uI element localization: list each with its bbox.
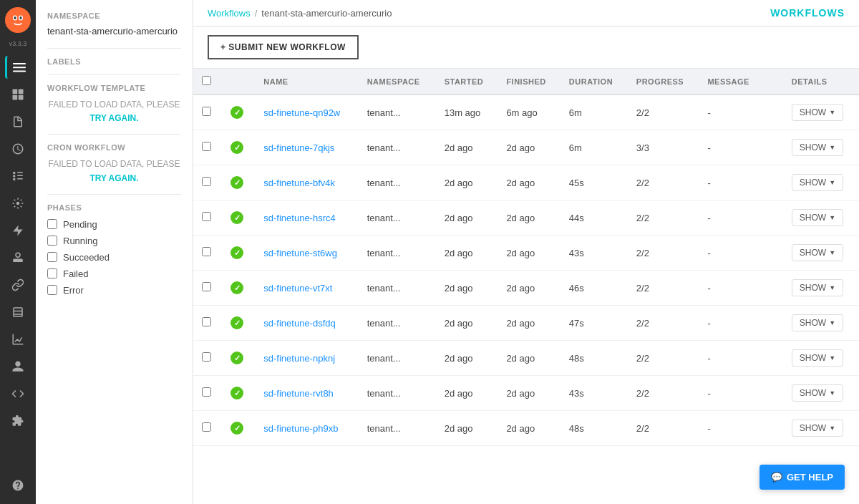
phase-failed[interactable]: Failed bbox=[47, 268, 181, 279]
row-checkbox-0[interactable] bbox=[202, 107, 211, 116]
row-spacer-cell bbox=[764, 271, 782, 306]
breadcrumb-workflows-link[interactable]: Workflows bbox=[208, 8, 251, 19]
workflow-name-link[interactable]: sd-finetune-ph9xb bbox=[263, 423, 338, 434]
get-help-button[interactable]: 💬 GET HELP bbox=[759, 465, 845, 490]
nav-item-code[interactable] bbox=[5, 382, 31, 405]
row-checkbox-1[interactable] bbox=[202, 142, 211, 151]
th-message: MESSAGE bbox=[699, 69, 764, 94]
phase-failed-label: Failed bbox=[63, 268, 88, 279]
workflow-name-link[interactable]: sd-finetune-rvt8h bbox=[263, 388, 334, 399]
cron-workflow-try-again[interactable]: TRY AGAIN. bbox=[89, 173, 138, 183]
show-details-button[interactable]: SHOW bbox=[792, 314, 843, 331]
row-checkbox-cell[interactable] bbox=[193, 165, 222, 200]
row-checkbox-2[interactable] bbox=[202, 177, 211, 186]
submit-workflow-button[interactable]: + SUBMIT NEW WORKFLOW bbox=[208, 35, 359, 59]
row-checkbox-3[interactable] bbox=[202, 212, 211, 221]
nav-item-ai[interactable] bbox=[5, 192, 31, 215]
phase-pending-checkbox[interactable] bbox=[47, 219, 57, 229]
row-details-cell: SHOW bbox=[783, 411, 859, 446]
nav-item-bolt[interactable] bbox=[5, 219, 31, 242]
phase-error[interactable]: Error bbox=[47, 285, 181, 296]
svg-point-12 bbox=[16, 202, 20, 205]
nav-item-dashboard[interactable] bbox=[5, 83, 31, 106]
show-details-button[interactable]: SHOW bbox=[792, 244, 843, 261]
nav-item-link[interactable] bbox=[5, 273, 31, 296]
row-finished-cell: 2d ago bbox=[498, 341, 560, 376]
nav-item-plugin[interactable] bbox=[5, 410, 31, 432]
row-checkbox-6[interactable] bbox=[202, 317, 211, 326]
row-checkbox-cell[interactable] bbox=[193, 130, 222, 165]
show-details-button[interactable]: SHOW bbox=[792, 104, 843, 121]
workflow-name-link[interactable]: sd-finetune-dsfdq bbox=[263, 318, 335, 329]
workflow-name-link[interactable]: sd-finetune-npknj bbox=[263, 353, 335, 364]
row-progress-cell: 2/2 bbox=[628, 236, 699, 271]
row-message-cell: - bbox=[699, 341, 764, 376]
breadcrumb: Workflows / tenant-sta-amercurio-amercur… bbox=[208, 8, 392, 19]
row-checkbox-cell[interactable] bbox=[193, 411, 222, 446]
th-spacer bbox=[764, 69, 782, 94]
phase-pending[interactable]: Pending bbox=[47, 219, 181, 230]
workflow-name-link[interactable]: sd-finetune-7qkjs bbox=[263, 142, 334, 153]
phase-failed-checkbox[interactable] bbox=[47, 268, 57, 278]
row-checkbox-cell[interactable] bbox=[193, 376, 222, 411]
workflow-template-try-again[interactable]: TRY AGAIN. bbox=[89, 113, 138, 123]
row-checkbox-cell[interactable] bbox=[193, 200, 222, 236]
show-details-button[interactable]: SHOW bbox=[792, 384, 843, 402]
phase-succeeded-label: Succeeded bbox=[63, 252, 110, 263]
row-progress-cell: 2/2 bbox=[628, 306, 699, 341]
row-namespace-cell: tenant... bbox=[359, 376, 436, 411]
phase-running[interactable]: Running bbox=[47, 236, 181, 246]
row-checkbox-cell[interactable] bbox=[193, 94, 222, 130]
status-succeeded-icon bbox=[230, 281, 243, 294]
show-details-button[interactable]: SHOW bbox=[792, 174, 843, 191]
row-checkbox-cell[interactable] bbox=[193, 306, 222, 341]
phase-running-checkbox[interactable] bbox=[47, 236, 57, 246]
row-checkbox-7[interactable] bbox=[202, 352, 211, 362]
workflow-name-link[interactable]: sd-finetune-qn92w bbox=[263, 107, 340, 118]
nav-item-docs[interactable] bbox=[5, 110, 31, 133]
nav-item-webhook[interactable] bbox=[5, 246, 31, 269]
nav-item-help[interactable] bbox=[5, 474, 31, 497]
phase-succeeded-checkbox[interactable] bbox=[47, 252, 57, 262]
select-all-checkbox[interactable] bbox=[202, 76, 211, 85]
row-name-cell: sd-finetune-hsrc4 bbox=[255, 200, 358, 236]
row-message-cell: - bbox=[699, 411, 764, 446]
nav-item-chart[interactable] bbox=[5, 328, 31, 351]
table-row: sd-finetune-st6wg tenant... 2d ago 2d ag… bbox=[193, 236, 859, 271]
row-status-cell bbox=[222, 236, 255, 271]
row-checkbox-8[interactable] bbox=[202, 387, 211, 397]
row-progress-cell: 3/3 bbox=[628, 130, 699, 165]
nav-item-clock[interactable] bbox=[5, 137, 31, 160]
nav-item-storage[interactable] bbox=[5, 301, 31, 324]
status-succeeded-icon bbox=[230, 316, 243, 329]
show-details-button[interactable]: SHOW bbox=[792, 420, 843, 437]
show-details-button[interactable]: SHOW bbox=[792, 349, 843, 367]
workflow-name-link[interactable]: sd-finetune-bfv4k bbox=[263, 178, 335, 188]
sidebar-divider-3 bbox=[47, 134, 181, 135]
workflow-name-link[interactable]: sd-finetune-vt7xt bbox=[263, 283, 332, 294]
phase-succeeded[interactable]: Succeeded bbox=[47, 252, 181, 263]
workflow-template-label: WORKFLOW TEMPLATE bbox=[47, 84, 181, 92]
nav-item-user[interactable] bbox=[5, 355, 31, 378]
show-details-button[interactable]: SHOW bbox=[792, 139, 843, 156]
row-duration-cell: 48s bbox=[560, 341, 628, 376]
workflow-name-link[interactable]: sd-finetune-hsrc4 bbox=[263, 213, 335, 223]
nav-item-menu[interactable] bbox=[5, 56, 31, 79]
show-details-button[interactable]: SHOW bbox=[792, 279, 843, 296]
row-checkbox-cell[interactable] bbox=[193, 236, 222, 271]
row-checkbox-9[interactable] bbox=[202, 422, 211, 432]
row-checkbox-cell[interactable] bbox=[193, 271, 222, 306]
row-details-cell: SHOW bbox=[783, 341, 859, 376]
row-checkbox-5[interactable] bbox=[202, 282, 211, 291]
phase-error-checkbox[interactable] bbox=[47, 285, 57, 295]
nav-item-workflows[interactable] bbox=[5, 165, 31, 188]
show-details-button[interactable]: SHOW bbox=[792, 209, 843, 226]
row-details-cell: SHOW bbox=[783, 236, 859, 271]
cron-workflow-error: FAILED TO LOAD DATA, PLEASE TRY AGAIN. bbox=[47, 158, 181, 185]
workflow-name-link[interactable]: sd-finetune-st6wg bbox=[263, 248, 337, 258]
row-name-cell: sd-finetune-npknj bbox=[255, 341, 358, 376]
row-spacer-cell bbox=[764, 306, 782, 341]
row-checkbox-cell[interactable] bbox=[193, 341, 222, 376]
row-namespace-cell: tenant... bbox=[359, 130, 436, 165]
row-checkbox-4[interactable] bbox=[202, 247, 211, 256]
